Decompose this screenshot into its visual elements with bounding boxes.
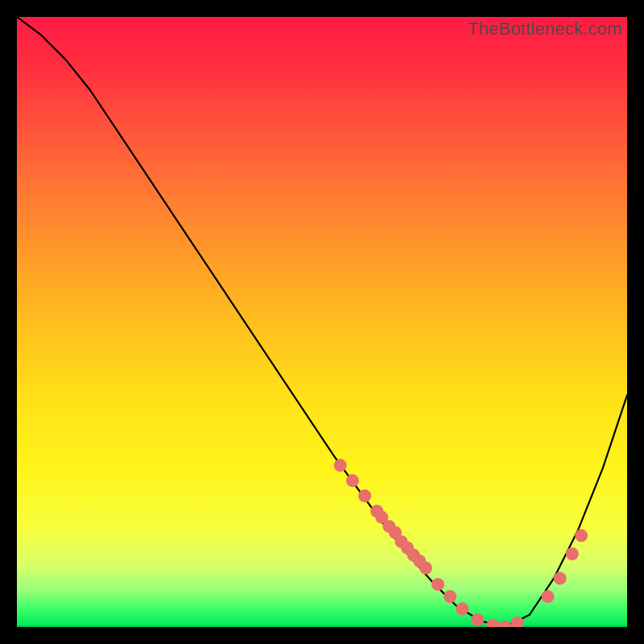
marker-dot [542,590,555,603]
bottleneck-curve [17,17,627,627]
marker-dot [444,590,456,603]
marker-dot [456,602,469,615]
chart-svg [17,17,627,627]
marker-dot [566,547,579,560]
marker-dot [358,489,371,502]
chart-canvas: TheBottleneck.com [17,17,627,627]
marker-dot [431,578,444,591]
marker-dot [346,474,359,487]
marker-dot [575,529,588,542]
marker-dot [419,562,432,575]
marker-group [334,459,588,627]
marker-dot [471,613,484,626]
marker-dot [498,621,511,627]
marker-dot [554,572,567,584]
marker-dot [486,619,499,627]
marker-dot [334,459,347,472]
